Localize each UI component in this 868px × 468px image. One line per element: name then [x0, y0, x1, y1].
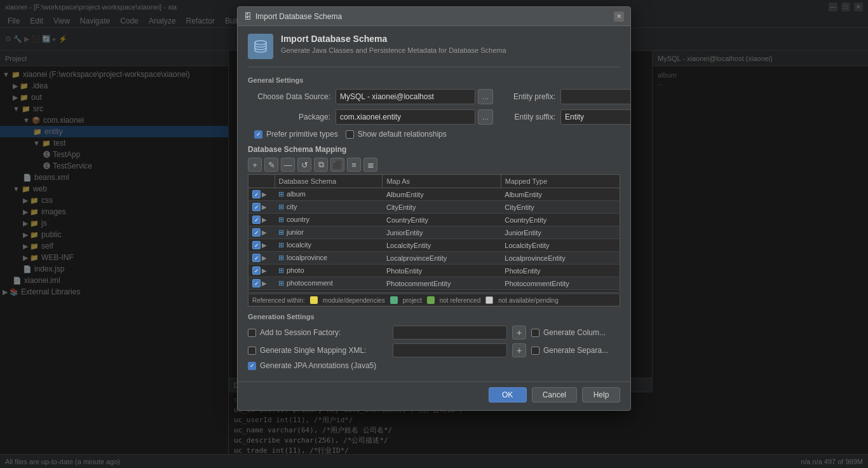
row-check-cell: ✓ ▶	[248, 277, 275, 290]
remove-row-button[interactable]: —	[281, 158, 295, 172]
gen-column-checkbox[interactable]: Generate Colum...	[531, 328, 620, 337]
square-button[interactable]: ⬛	[330, 158, 344, 172]
row-checkbox[interactable]: ✓	[252, 216, 261, 224]
row-map-as: PrimaryschoolEntity	[383, 290, 501, 292]
cancel-button[interactable]: Cancel	[532, 387, 577, 403]
row-schema-name: ⊞country	[275, 214, 383, 226]
row-check-cell: ✓ ▶	[248, 252, 275, 265]
package-browse-button[interactable]: …	[478, 109, 493, 125]
row-check-cell: ✓ ▶	[248, 226, 275, 239]
gen-separate-label: Generate Separa...	[543, 346, 608, 355]
package-select[interactable]: com.xiaonei.entity	[336, 109, 475, 125]
row-map-as: CityEntity	[383, 201, 501, 214]
gen-separate-checkbox[interactable]: Generate Separa...	[531, 346, 620, 355]
prefer-primitive-checkbox[interactable]: Prefer primitive types	[254, 130, 338, 139]
row-expand-arrow[interactable]: ▶	[262, 191, 267, 198]
gen-row-jpa: Generate JPA Annotations (Java5)	[248, 361, 620, 370]
dialog-title: 🗄 Import Database Schema	[244, 12, 342, 21]
entity-suffix-input[interactable]	[560, 109, 631, 125]
row-expand-arrow[interactable]: ▶	[262, 216, 267, 223]
row-checkbox[interactable]: ✓	[252, 228, 261, 237]
edit-row-button[interactable]: ✎	[264, 158, 278, 172]
row-expand-arrow[interactable]: ▶	[262, 203, 267, 210]
table-row[interactable]: ✓ ▶ ⊞localcity LocalcityEntity Localcity…	[248, 239, 620, 252]
row-checkbox[interactable]: ✓	[252, 203, 261, 211]
gen-section: Generation Settings Add to Session Facto…	[248, 313, 620, 370]
row-schema-name: ⊞album	[275, 188, 383, 201]
row-mapped-type: LocalprovinceEntity	[501, 252, 620, 265]
table-row[interactable]: ✓ ▶ ⊞photocomment PhotocommentEntity Pho…	[248, 277, 620, 290]
database-icon	[253, 39, 268, 54]
gen-column-check-icon	[531, 329, 539, 337]
row-check-cell: ✓ ▶	[248, 214, 275, 226]
legend-module-label: module/dependencies	[323, 297, 385, 304]
table-row[interactable]: ✓ ▶ ⊞localprovince LocalprovinceEntity L…	[248, 252, 620, 265]
table-row[interactable]: ✓ ▶ ⊞photo PhotoEntity PhotoEntity	[248, 265, 620, 277]
show-default-rel-checkbox[interactable]: Show default relationships	[346, 130, 447, 139]
package-wrapper: com.xiaonei.entity …	[336, 109, 493, 125]
data-source-label: Choose Data Source:	[248, 92, 330, 101]
row-expand-arrow[interactable]: ▶	[262, 229, 267, 236]
dialog-close-button[interactable]: ✕	[614, 11, 624, 22]
table-icon: ⊞	[278, 190, 284, 198]
add-session-checkbox[interactable]: Add to Session Factory:	[248, 328, 388, 337]
legend-na-label: not available/pending	[498, 297, 559, 304]
row-mapped-type: CountryEntity	[501, 214, 620, 226]
row-checkbox[interactable]: ✓	[252, 190, 261, 198]
gen-column-label: Generate Colum...	[543, 328, 606, 337]
row-check-cell: ✓ ▶	[248, 201, 275, 214]
session-factory-input[interactable]	[393, 326, 507, 340]
table-row[interactable]: ✓ ▶ ⊞country CountryEntity CountryEntity	[248, 214, 620, 226]
dialog-title-text: Import Database Schema	[255, 12, 342, 21]
row-map-as: AlbumEntity	[383, 188, 501, 201]
list-button[interactable]: ≡	[347, 158, 361, 172]
legend-project-label: project	[403, 297, 422, 304]
table-icon: ⊞	[278, 216, 284, 223]
legend-row: Referenced within: module/dependencies p…	[248, 294, 620, 306]
row-expand-arrow[interactable]: ▶	[262, 267, 267, 274]
row-map-as: JuniorEntity	[383, 226, 501, 239]
help-button[interactable]: Help	[582, 387, 620, 403]
mapping-xml-add-button[interactable]: +	[512, 343, 526, 357]
data-source-select[interactable]: MySQL - xiaonei@localhost	[336, 89, 475, 104]
refresh-button[interactable]: ↺	[297, 158, 311, 172]
row-checkbox[interactable]: ✓	[252, 254, 261, 262]
copy-button[interactable]: ⧉	[314, 158, 328, 172]
table-row[interactable]: ✓ ▶ ⊞album AlbumEntity AlbumEntity	[248, 188, 620, 201]
table-row[interactable]: ✓ ▶ ⊞junior JuniorEntity JuniorEntity	[248, 226, 620, 239]
gen-jpa-label: Generate JPA Annotations (Java5)	[260, 361, 376, 370]
row-expand-arrow[interactable]: ▶	[262, 242, 267, 249]
prefer-primitive-check-icon	[254, 130, 262, 139]
table-row[interactable]: ✓ ▶ ⊞city CityEntity CityEntity	[248, 201, 620, 214]
data-source-row: Choose Data Source: MySQL - xiaonei@loca…	[248, 89, 620, 104]
schema-table-wrapper: Database Schema Map As Mapped Type ✓ ▶	[248, 174, 620, 292]
mapping-xml-input[interactable]	[393, 343, 507, 357]
table-icon: ⊞	[278, 203, 284, 210]
row-check-cell: ✓ ▶	[248, 290, 275, 292]
table-row[interactable]: ✓ ▶ ⊞primaryschool PrimaryschoolEntity P…	[248, 290, 620, 292]
row-mapped-type: CityEntity	[501, 201, 620, 214]
table-icon: ⊞	[278, 228, 284, 236]
entity-prefix-input[interactable]	[560, 89, 631, 104]
dialog-content: Import Database Schema Generate Java Cla…	[238, 26, 630, 382]
data-source-browse-button[interactable]: …	[478, 89, 493, 104]
general-settings-label: General Settings	[248, 76, 620, 84]
row-checkbox[interactable]: ✓	[252, 279, 261, 287]
row-schema-name: ⊞localcity	[275, 239, 383, 252]
ok-button[interactable]: OK	[489, 387, 527, 403]
modal-overlay: 🗄 Import Database Schema ✕ Import Da	[0, 0, 868, 468]
session-factory-add-button[interactable]: +	[512, 326, 526, 340]
add-row-button[interactable]: +	[248, 158, 262, 172]
dialog-subtitle: Generate Java Classes and Persistence Me…	[281, 46, 506, 54]
gen-jpa-checkbox[interactable]: Generate JPA Annotations (Java5)	[248, 361, 376, 370]
package-label: Package:	[248, 113, 330, 121]
row-expand-arrow[interactable]: ▶	[262, 254, 267, 261]
col-mapped-type: Mapped Type	[501, 175, 620, 188]
gen-mapping-check-icon	[248, 347, 256, 355]
gen-mapping-checkbox[interactable]: Generate Single Mapping XML:	[248, 346, 388, 355]
row-expand-arrow[interactable]: ▶	[262, 280, 267, 287]
row-checkbox[interactable]: ✓	[252, 241, 261, 249]
row-checkbox[interactable]: ✓	[252, 266, 261, 275]
col-db-schema: Database Schema	[275, 175, 383, 188]
list2-button[interactable]: ≣	[363, 158, 377, 172]
